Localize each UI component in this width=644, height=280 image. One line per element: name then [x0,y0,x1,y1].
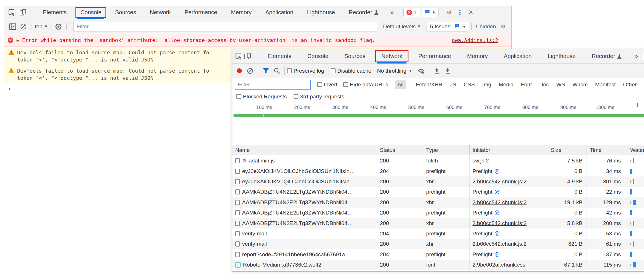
console-settings-gear-icon[interactable]: ⚙ [498,22,508,31]
inspect-element-icon[interactable] [235,51,243,61]
throttling-dropdown[interactable]: No throttling ▼ [377,68,412,74]
more-tabs-chevron[interactable]: » [390,9,394,17]
kebab-menu-icon[interactable]: ⋮ [455,8,465,17]
chip-media[interactable]: Media [496,80,516,89]
tab-elements[interactable]: Elements [260,49,299,63]
tab-application[interactable]: Application [496,49,540,63]
chip-all[interactable]: All [395,80,406,89]
tab-memory[interactable]: Memory [459,49,496,63]
network-request-row[interactable]: ⚙adal.min.js200fetchsw.js:27.5 kB76 ms [232,156,644,166]
chip-img[interactable]: Img [480,80,494,89]
tab-memory[interactable]: Memory [224,6,258,19]
tab-sources[interactable]: Sources [108,6,143,19]
initiator-link[interactable]: 2.b00cc542.chunk.js:2 [472,178,527,185]
column-header-type[interactable]: Type [423,145,470,155]
tab-application[interactable]: Application [258,6,300,19]
network-request-row[interactable]: TRoboto-Medium.a37786c2.woff2200font2.9b… [232,260,644,270]
device-toolbar-icon[interactable] [18,8,28,17]
expand-caret-icon[interactable]: ▶ [17,38,19,42]
network-request-row[interactable]: verify-mail204preflightPreflight0 B53 ms [232,229,644,239]
column-header-time[interactable]: Time [587,145,625,155]
column-header-status[interactable]: Status [377,145,423,155]
network-conditions-icon[interactable] [416,66,426,76]
more-tabs-chevron[interactable]: » [634,52,638,60]
initiator-link[interactable]: sw.js:2 [472,158,489,164]
column-header-name[interactable]: Name [232,145,377,155]
tab-elements[interactable]: Elements [36,6,73,19]
initiator-link[interactable]: 2.9be002af.chunk.css [472,262,525,268]
clear-console-icon[interactable] [19,22,28,31]
tab-console[interactable]: Console [299,49,336,63]
timeline-ruler[interactable]: 100 ms200 ms300 ms400 ms500 ms600 ms700 … [232,102,644,114]
tab-network[interactable]: Network [143,6,178,19]
console-sidebar-icon[interactable] [8,22,17,31]
inspect-element-icon[interactable] [7,8,17,17]
search-icon[interactable] [272,66,282,76]
disable-cache-checkbox[interactable] [331,68,336,73]
invert-checkbox[interactable] [317,82,322,87]
tab-lighthouse[interactable]: Lighthouse [540,49,584,63]
chip-ws[interactable]: WS [554,80,568,89]
tab-lighthouse[interactable]: Lighthouse [300,6,342,19]
tab-sources[interactable]: Sources [336,49,373,63]
column-header-size[interactable]: Size [548,145,587,155]
chip-js[interactable]: JS [447,80,459,89]
chip-doc[interactable]: Doc [537,80,551,89]
live-expression-eye-icon[interactable] [54,22,63,31]
network-request-row[interactable]: AAMkADBjZTU4N2E2LTg3ZWYtNDBhNi04…200pref… [232,208,644,218]
third-party-checkbox[interactable] [294,94,298,99]
network-request-row[interactable]: eyJ0eXAiOiJKV1QiLCJhbGciOiJSUzI1NiIsIn…2… [232,166,644,176]
network-request-row[interactable]: eyJ0eXAiOiJKV1QiLCJhbGciOiJSUzI1NiIsIn…2… [232,176,644,187]
console-filter-input[interactable] [73,22,377,31]
hide-data-urls-checkbox[interactable] [343,82,348,87]
settings-gear-icon[interactable]: ⚙ [444,8,454,17]
disable-cache-label[interactable]: Disable cache [337,68,371,74]
blocked-requests-checkbox[interactable] [236,94,241,99]
network-request-row[interactable]: AAMkADBjZTU4N2E2LTg3ZWYtNDBhNi04…200pref… [232,187,644,197]
hide-data-urls-label[interactable]: Hide data URLs [350,82,388,88]
tab-recorder[interactable]: Recorder [584,49,629,63]
third-party-label[interactable]: 3rd-party requests [300,94,344,100]
device-toolbar-icon[interactable] [244,51,251,61]
import-har-icon[interactable] [432,66,442,76]
network-request-row[interactable]: AAMkADBjZTU4N2E2LTg3ZWYtNDBhNi04…200xhr2… [232,218,644,228]
network-request-row[interactable]: verify-mail200xhr2.b00cc542.chunk.js:282… [232,239,644,249]
tab-console[interactable]: Console [73,6,108,19]
chip-css[interactable]: CSS [461,80,477,89]
column-header-waterfall[interactable]: Waterfall [625,145,644,155]
clear-requests-icon[interactable] [245,66,255,76]
tab-performance[interactable]: Performance [178,6,224,19]
network-request-row[interactable]: report?code=f29141bbe6e1964ca567691a…204… [232,249,644,260]
blocked-requests-label[interactable]: Blocked Requests [243,94,287,100]
chip-manifest[interactable]: Manifest [593,80,618,89]
log-levels-dropdown[interactable]: Default levels ▼ [382,23,422,30]
timeline-overview-area[interactable] [232,117,644,145]
invert-label[interactable]: Invert [324,82,338,88]
toolbar-divider [441,9,441,16]
initiator-link[interactable]: 2.b00cc542.chunk.js:2 [472,199,527,206]
tab-recorder[interactable]: Recorder [342,6,385,19]
error-count-badge[interactable]: ✕ 1 [403,8,420,17]
filter-funnel-icon[interactable] [261,66,271,76]
timeline-overview-bar[interactable] [234,114,644,117]
initiator-link[interactable]: 2.b00cc542.chunk.js:2 [472,241,527,247]
message-count-badge[interactable]: 5 [422,8,439,17]
chip-font[interactable]: Font [518,80,534,89]
issues-badge[interactable]: 5 Issues: 5 [426,22,469,31]
network-filter-input[interactable] [235,80,311,90]
chip-fetch-xhr[interactable]: Fetch/XHR [413,80,445,89]
chip-wasm[interactable]: Wasm [570,80,590,89]
initiator-link[interactable]: 2.b00cc542.chunk.js:2 [472,220,527,227]
error-source-link[interactable]: owa.Addins.js:2 [452,37,498,43]
export-har-icon[interactable] [443,66,452,76]
close-icon[interactable]: × [466,8,476,17]
tab-network[interactable]: Network [373,49,410,63]
preserve-log-label[interactable]: Preserve log [294,68,324,74]
context-selector[interactable]: top ▼ [34,23,48,30]
tab-performance[interactable]: Performance [410,49,459,63]
record-button[interactable] [237,68,242,73]
chip-other[interactable]: Other [621,80,639,89]
preserve-log-checkbox[interactable] [287,68,292,73]
network-request-row[interactable]: AAMkADBjZTU4N2E2LTg3ZWYtNDBhNi04…200xhr2… [232,197,644,208]
column-header-initiator[interactable]: Initiator [470,145,548,155]
